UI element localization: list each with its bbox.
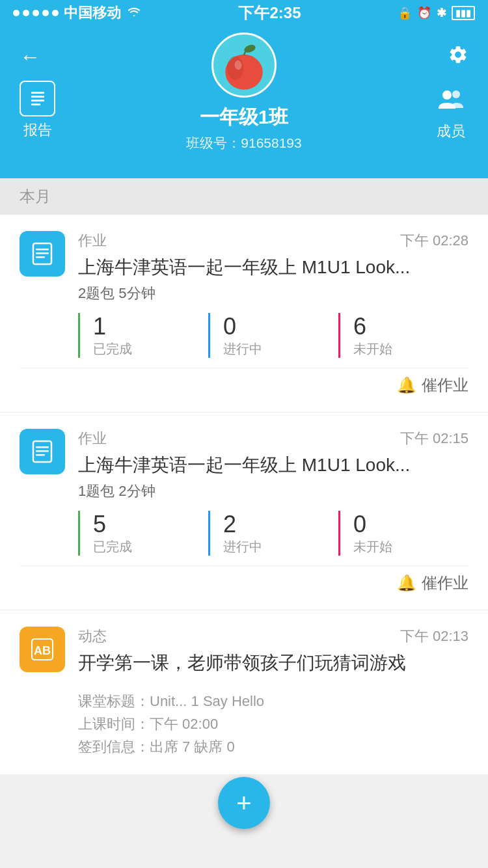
stat-num: 0 (353, 511, 468, 538)
stat-num: 5 (93, 511, 208, 538)
card-3-time: 下午 02:13 (400, 627, 468, 646)
carrier-name: 中国移动 (64, 3, 121, 23)
stat-lbl: 进行中 (223, 538, 338, 556)
section-month: 本月 (0, 178, 488, 215)
card-2-stats: 5 已完成 2 进行中 0 未开始 (78, 511, 468, 556)
svg-rect-3 (31, 103, 40, 105)
svg-point-9 (452, 90, 460, 98)
svg-rect-12 (36, 252, 49, 254)
svg-rect-2 (31, 100, 44, 102)
card-1-type: 作业 (78, 231, 107, 251)
member-button[interactable]: 成员 (433, 82, 468, 141)
wifi-icon (126, 5, 142, 21)
homework-card-1[interactable]: 作业 下午 02:28 上海牛津英语一起一年级上 M1U1 Look... 2题… (0, 215, 488, 413)
signal-dots (13, 10, 59, 16)
remind-button-1[interactable]: 🔔 催作业 (397, 375, 468, 396)
class-code: 班级号：91658193 (186, 134, 301, 152)
svg-rect-11 (36, 249, 49, 251)
stat-lbl: 进行中 (223, 340, 338, 358)
clock-icon: ⏰ (417, 6, 431, 20)
card-3-detail: 课堂标题：Unit... 1 Say Hello 上课时间：下午 02:00 签… (78, 690, 468, 759)
detail-line-1: 课堂标题：Unit... 1 Say Hello (78, 690, 468, 712)
stat-num: 2 (223, 511, 338, 538)
card-1-subtitle: 2题包 5分钟 (78, 284, 468, 303)
bell-icon-1: 🔔 (397, 376, 416, 394)
card-3-meta: 动态 下午 02:13 开学第一课，老师带领孩子们玩猜词游戏 (78, 627, 468, 679)
report-icon (20, 81, 55, 116)
card-2-meta: 作业 下午 02:15 上海牛津英语一起一年级上 M1U1 Look... 1题… (78, 429, 468, 501)
stat-notstarted-1: 6 未开始 (338, 313, 468, 358)
stat-inprogress-2: 2 进行中 (208, 511, 338, 556)
stat-inprogress-1: 0 进行中 (208, 313, 338, 358)
status-right: 🔒 ⏰ ✱ ▮▮▮ (398, 6, 475, 20)
card-2-remind-row: 🔔 催作业 (20, 565, 468, 593)
stat-lbl: 已完成 (93, 340, 208, 358)
fab-icon: + (236, 789, 251, 818)
remind-button-2[interactable]: 🔔 催作业 (397, 573, 468, 593)
detail-line-3: 签到信息：出席 7 缺席 0 (78, 735, 468, 758)
remind-label-1: 催作业 (422, 375, 468, 396)
report-button[interactable]: 报告 (20, 81, 55, 140)
class-name: 一年级1班 (200, 104, 289, 131)
card-2-icon (20, 429, 65, 474)
remind-label-2: 催作业 (422, 573, 468, 593)
card-3-title: 开学第一课，老师带领孩子们玩猜词游戏 (78, 650, 468, 675)
svg-text:AB: AB (34, 644, 51, 657)
homework-card-2[interactable]: 作业 下午 02:15 上海牛津英语一起一年级上 M1U1 Look... 1题… (0, 413, 488, 610)
back-button[interactable]: ← (20, 45, 40, 69)
detail-line-2: 上课时间：下午 02:00 (78, 712, 468, 735)
card-2-meta-top: 作业 下午 02:15 (78, 429, 468, 448)
member-icon (433, 82, 468, 118)
report-label: 报告 (23, 120, 52, 140)
card-1-meta-top: 作业 下午 02:28 (78, 231, 468, 251)
bell-icon-2: 🔔 (397, 574, 416, 592)
svg-point-8 (442, 90, 452, 100)
card-1-title: 上海牛津英语一起一年级上 M1U1 Look... (78, 254, 468, 280)
svg-rect-17 (36, 454, 45, 456)
card-2-title: 上海牛津英语一起一年级上 M1U1 Look... (78, 452, 468, 478)
card-2-type: 作业 (78, 429, 107, 448)
fab-button[interactable]: + (218, 777, 270, 829)
card-3-icon: AB (20, 627, 65, 672)
card-1-stats: 1 已完成 0 进行中 6 未开始 (78, 313, 468, 358)
status-bar: 中国移动 下午2:35 🔒 ⏰ ✱ ▮▮▮ (0, 0, 488, 26)
member-label: 成员 (437, 122, 465, 141)
lock-icon: 🔒 (398, 6, 412, 20)
stat-num: 0 (223, 313, 338, 340)
stat-completed-2: 5 已完成 (78, 511, 208, 556)
card-1-header: 作业 下午 02:28 上海牛津英语一起一年级上 M1U1 Look... 2题… (20, 231, 468, 303)
header-top-row: ← 报告 (20, 33, 468, 162)
card-2-header: 作业 下午 02:15 上海牛津英语一起一年级上 M1U1 Look... 1题… (20, 429, 468, 501)
card-3-meta-top: 动态 下午 02:13 (78, 627, 468, 646)
stat-notstarted-2: 0 未开始 (338, 511, 468, 556)
settings-button[interactable] (448, 44, 468, 70)
class-avatar (211, 33, 277, 98)
header: ← 报告 (0, 26, 488, 178)
svg-rect-16 (36, 450, 49, 452)
battery-icon: ▮▮▮ (452, 6, 475, 20)
svg-rect-13 (36, 256, 45, 258)
status-time: 下午2:35 (238, 3, 301, 23)
stat-num: 1 (93, 313, 208, 340)
dynamic-card[interactable]: AB 动态 下午 02:13 开学第一课，老师带领孩子们玩猜词游戏 课堂标题：U… (0, 610, 488, 775)
status-left: 中国移动 (13, 3, 142, 23)
stat-lbl: 未开始 (353, 538, 468, 556)
stat-num: 6 (353, 313, 468, 340)
stat-lbl: 未开始 (353, 340, 468, 358)
card-3-type: 动态 (78, 627, 107, 646)
card-1-time: 下午 02:28 (400, 231, 468, 251)
gear-icon (448, 44, 468, 65)
svg-rect-0 (31, 92, 44, 94)
svg-rect-15 (36, 446, 49, 448)
stat-completed-1: 1 已完成 (78, 313, 208, 358)
card-3-header: AB 动态 下午 02:13 开学第一课，老师带领孩子们玩猜词游戏 (20, 627, 468, 679)
stat-lbl: 已完成 (93, 538, 208, 556)
card-2-time: 下午 02:15 (400, 429, 468, 448)
header-center: 一年级1班 班级号：91658193 (186, 33, 301, 152)
card-1-meta: 作业 下午 02:28 上海牛津英语一起一年级上 M1U1 Look... 2题… (78, 231, 468, 303)
card-1-icon (20, 231, 65, 277)
card-1-remind-row: 🔔 催作业 (20, 368, 468, 396)
svg-rect-1 (31, 96, 44, 98)
card-2-subtitle: 1题包 2分钟 (78, 481, 468, 501)
bluetooth-icon: ✱ (437, 6, 446, 20)
